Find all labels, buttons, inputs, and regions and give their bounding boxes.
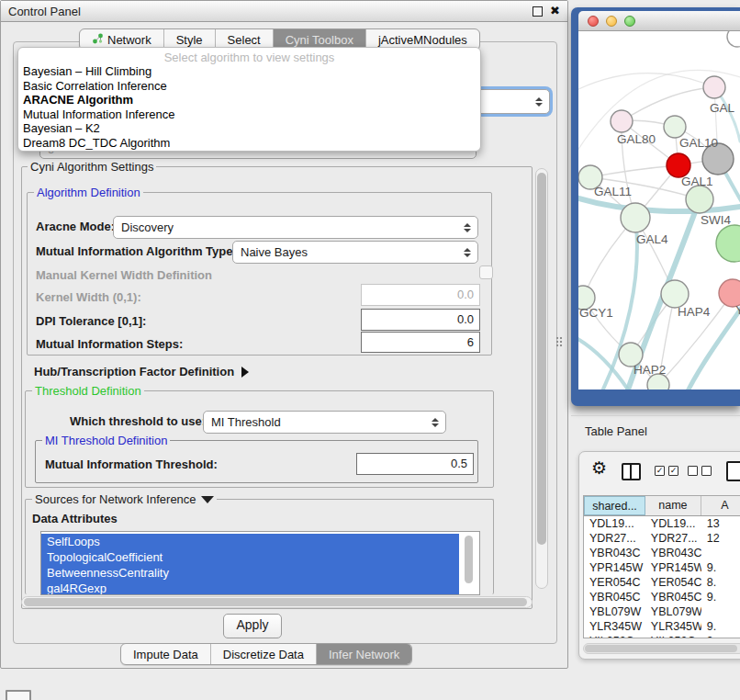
table-panel-header: Table Panel: [571, 415, 740, 446]
network-node-label: GAL: [710, 101, 735, 115]
select-all-checkbox-icon[interactable]: ✓✓: [655, 466, 678, 476]
settings-vertical-scrollbar[interactable]: [535, 168, 548, 589]
network-node[interactable]: [661, 280, 689, 308]
attribute-list-item[interactable]: gal4RGexp: [41, 581, 459, 595]
scrollbar-thumb[interactable]: [537, 173, 546, 545]
algorithm-option[interactable]: Bayesian – Hill Climbing: [18, 64, 480, 79]
algorithm-option[interactable]: ARACNE Algorithm: [18, 93, 480, 107]
network-node-label: Y: [735, 303, 740, 317]
table-cell: YPR145W: [584, 560, 645, 575]
column-header-name[interactable]: name: [645, 496, 701, 515]
network-edge[interactable]: [622, 87, 714, 121]
aracne-mode-combo[interactable]: Discovery: [113, 216, 478, 239]
table-cell: 13: [701, 516, 740, 531]
tab-label: Discretize Data: [223, 648, 304, 661]
tab-label: Cyni Toolbox: [286, 33, 353, 47]
table-row[interactable]: YPR145WYPR145W9.: [584, 560, 740, 575]
sources-group-title[interactable]: Sources for Network Inference: [32, 492, 217, 506]
settings-gear-icon[interactable]: ⚙: [591, 459, 607, 478]
node-table: shared...nameA YDL19...YDL19...13YDR27..…: [583, 495, 740, 638]
table-cell: YER054C: [584, 575, 645, 590]
algorithm-option[interactable]: Dream8 DC_TDC Algorithm: [18, 136, 480, 151]
hub-section-toggle[interactable]: Hub/Transcription Factor Definition: [34, 365, 249, 378]
scrollbar-thumb[interactable]: [585, 645, 737, 652]
attribute-list-item[interactable]: SelfLoops: [41, 534, 459, 549]
manual-kernel-checkbox[interactable]: [479, 265, 493, 279]
network-node[interactable]: [621, 203, 650, 232]
network-node[interactable]: [664, 116, 686, 138]
network-node-label: GAL4: [636, 232, 668, 246]
list-scrollbar-thumb[interactable]: [465, 536, 473, 583]
collapsed-arrow-icon: [241, 367, 249, 378]
minimized-panel-icon[interactable]: [6, 690, 31, 700]
network-node-label: GCY1: [579, 306, 613, 320]
network-edge[interactable]: [578, 197, 740, 211]
unchecked-box-icon: [701, 466, 712, 476]
table-cell: YPR145W: [645, 560, 701, 575]
network-node-label: HAP4: [678, 305, 711, 319]
table-cell: 9.: [701, 590, 740, 604]
table-panel-window: ⚙ ✓✓ shared...nameA YDL19...YDL19...13YD…: [578, 451, 740, 660]
attribute-list-item[interactable]: TopologicalCoefficient: [41, 549, 459, 565]
tab-impute-data[interactable]: Impute Data: [121, 644, 210, 664]
network-node[interactable]: [611, 110, 633, 132]
table-row[interactable]: YLR345WYLR345W9.: [584, 619, 740, 634]
table-cell: YER054C: [645, 575, 701, 590]
close-traffic-light-icon[interactable]: [588, 16, 599, 27]
mi-threshold-field[interactable]: 0.5: [356, 453, 474, 475]
table-row[interactable]: YER054CYER054C8.: [584, 575, 740, 590]
mi-algorithm-type-combo[interactable]: Naive Bayes: [232, 241, 478, 264]
table-cell: YDL19...: [584, 516, 645, 531]
tab-infer-network[interactable]: Infer Network: [316, 644, 411, 664]
close-icon[interactable]: ✖: [550, 6, 560, 16]
network-node[interactable]: [703, 76, 725, 98]
network-node[interactable]: [716, 225, 740, 262]
combo-stepper-icon: [432, 418, 439, 427]
float-window-icon[interactable]: [533, 6, 543, 17]
checked-box-icon: ✓: [655, 466, 665, 476]
minimize-traffic-light-icon[interactable]: [606, 16, 617, 27]
network-node-label: GAL1: [681, 175, 713, 188]
table-row[interactable]: YBR045CYBR045C9.: [584, 590, 740, 604]
scrollbar-thumb[interactable]: [24, 598, 527, 606]
kernel-width-field[interactable]: 0.0: [361, 284, 480, 306]
algorithm-option[interactable]: Bayesian – K2: [18, 121, 480, 136]
tab-label: Infer Network: [329, 648, 399, 661]
document-icon[interactable]: [726, 461, 740, 481]
control-panel-titlebar[interactable]: Control Panel ✖: [1, 1, 567, 22]
settings-group-title: Cyni Algorithm Settings: [28, 160, 156, 174]
network-node-label: GAL10: [679, 136, 718, 150]
network-edge[interactable]: [590, 165, 678, 177]
network-node[interactable]: [686, 186, 713, 213]
which-threshold-combo[interactable]: MI Threshold: [203, 411, 446, 434]
network-canvas[interactable]: GALGAL80GAL10GAL1GAL11SWI4GAL4GCY1HAP4YH…: [578, 31, 740, 390]
apply-button[interactable]: Apply: [223, 614, 282, 638]
attribute-list-item[interactable]: BetweennessCentrality: [41, 565, 459, 581]
panel-splitter-grip[interactable]: [555, 336, 563, 347]
algorithm-option[interactable]: Mutual Information Inference: [18, 107, 480, 122]
table-row[interactable]: YIL052CYIL052C9: [584, 634, 740, 638]
table-toolbar: ⚙ ✓✓: [579, 457, 740, 489]
dpi-tolerance-label: DPI Tolerance [0,1]:: [36, 314, 146, 328]
mi-steps-field[interactable]: 6: [361, 332, 480, 353]
network-graph[interactable]: GALGAL80GAL10GAL1GAL11SWI4GAL4GCY1HAP4YH…: [578, 31, 740, 390]
column-header-shared[interactable]: shared...: [584, 496, 645, 515]
table-row[interactable]: YBL079WYBL079W: [584, 604, 740, 619]
table-row[interactable]: YDL19...YDL19...13: [584, 516, 740, 531]
zoom-traffic-light-icon[interactable]: [624, 16, 635, 27]
settings-horizontal-scrollbar[interactable]: [21, 596, 533, 608]
tab-label: Select: [228, 33, 261, 47]
table-horizontal-scrollbar[interactable]: [583, 643, 740, 654]
cyni-bottom-tabs: Impute DataDiscretize DataInfer Network: [120, 643, 412, 665]
column-header-A[interactable]: A: [701, 496, 740, 515]
algorithm-option[interactable]: Basic Correlation Inference: [18, 79, 480, 94]
column-layout-icon[interactable]: [622, 463, 641, 480]
table-row[interactable]: YDR27...YDR27...12: [584, 531, 740, 546]
network-node[interactable]: [727, 31, 740, 47]
deselect-all-checkbox-icon[interactable]: [688, 466, 712, 476]
table-row[interactable]: YBR043CYBR043C: [584, 546, 740, 560]
dpi-tolerance-field[interactable]: 0.0: [361, 309, 480, 331]
network-window-titlebar[interactable]: [578, 11, 740, 31]
tab-discretize-data[interactable]: Discretize Data: [210, 644, 316, 664]
table-cell: 9: [701, 634, 740, 638]
